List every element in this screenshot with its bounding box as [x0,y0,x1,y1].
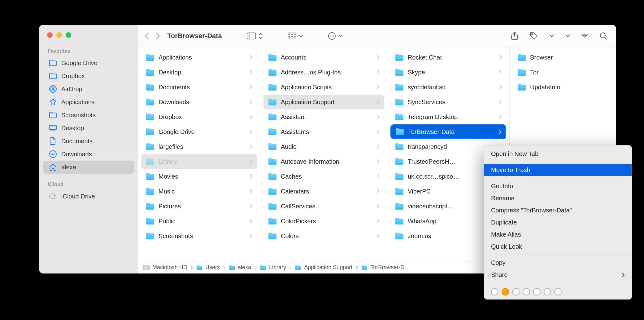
file-item[interactable]: Downloads [141,95,257,109]
file-item-label: CallServices [281,203,374,210]
file-item[interactable]: Skype [390,65,506,80]
file-item[interactable]: Audio [263,139,384,154]
file-item[interactable]: Address…ok Plug-Ins [263,65,384,80]
tag-swatch[interactable] [554,288,562,296]
tag-swatch[interactable] [523,288,530,296]
file-item[interactable]: Desktop [141,65,257,80]
path-separator [190,266,194,269]
file-item[interactable]: Browser [513,50,613,65]
tag-swatch[interactable] [533,288,541,296]
file-item[interactable]: syncdefaultsd [390,80,506,95]
tag-swatch[interactable] [544,288,551,296]
file-item[interactable]: Documents [141,80,257,95]
menu-item-get-info[interactable]: Get Info [484,180,632,192]
menu-item-move-to-trash[interactable]: Move to Trash [484,164,632,176]
path-segment-label: Application Support [304,264,352,271]
folder-icon [49,111,57,119]
action-button[interactable] [328,32,343,40]
forward-button[interactable] [155,32,160,40]
file-item[interactable]: Music [141,184,257,199]
menu-item-copy[interactable]: Copy [484,257,632,269]
close-window-button[interactable] [47,32,53,38]
file-item[interactable]: Caches [263,169,384,184]
file-item[interactable]: Applications [141,50,257,65]
folder-icon [395,113,404,121]
menu-item-compress-torbrowser-data[interactable]: Compress "TorBrowser-Data" [484,204,632,216]
minimize-window-button[interactable] [56,32,62,38]
path-segment[interactable]: TorBrowser-D… [361,264,410,271]
file-item[interactable]: Tor [513,65,613,80]
dropdown-1[interactable] [549,34,554,38]
file-item[interactable]: Dropbox [141,109,257,124]
sidebar-item-downloads[interactable]: Downloads [43,148,134,161]
overflow-button[interactable] [581,34,588,38]
file-item[interactable]: largefiles [141,139,257,154]
path-segment[interactable]: alexa [228,264,251,271]
folder-icon [268,172,277,180]
file-item[interactable]: Pictures [141,199,257,214]
file-item[interactable]: Application Support [263,95,384,109]
download-icon [49,150,57,158]
chevron-right-icon [247,174,253,179]
chevron-right-icon [247,130,253,134]
file-item[interactable]: Screenshots [141,229,257,243]
menu-item-label: Quick Look [491,243,522,250]
sidebar-item-airdrop[interactable]: AirDrop [43,82,134,96]
sidebar-item-icloud-drive[interactable]: iCloud Drive [43,190,134,203]
menu-item-make-alias[interactable]: Make Alias [484,229,632,241]
file-item[interactable]: Autosave Information [263,154,384,169]
file-item[interactable]: Calendars [263,184,384,199]
back-button[interactable] [144,32,149,40]
file-item[interactable]: CallServices [263,199,384,214]
file-item[interactable]: Google Drive [141,124,257,139]
tag-swatch[interactable] [512,288,520,296]
chevron-right-icon [374,55,380,60]
dropdown-2[interactable] [565,34,570,38]
path-segment[interactable]: Library [260,264,286,271]
file-item[interactable]: Assistants [263,124,384,139]
chevron-right-icon [247,159,253,164]
sidebar-item-google-drive[interactable]: Google Drive [43,56,134,69]
sidebar-item-dropbox[interactable]: Dropbox [43,69,134,82]
sidebar-item-screenshots[interactable]: Screenshots [43,109,134,122]
share-button[interactable] [511,32,518,40]
path-segment[interactable]: Macintosh HD [143,264,187,271]
file-item[interactable]: Colors [263,229,384,243]
sidebar-item-alexa[interactable]: alexa [43,161,134,174]
sidebar-item-label: Applications [61,99,95,106]
menu-tags-row [484,285,632,297]
sidebar-item-documents[interactable]: Documents [43,135,134,148]
file-item[interactable]: Public [141,214,257,229]
zoom-window-button[interactable] [66,32,71,38]
file-item[interactable]: Movies [141,169,257,184]
menu-item-rename[interactable]: Rename [484,192,632,204]
sidebar-item-applications[interactable]: Applications [43,96,134,109]
menu-item-quick-look[interactable]: Quick Look [484,241,632,253]
menu-item-label: Share [491,271,507,278]
tags-button[interactable] [529,32,538,40]
file-item[interactable]: Application Scripts [263,80,384,95]
file-item[interactable]: Assistant [263,109,384,124]
chevron-right-icon [247,115,253,119]
file-item[interactable]: SyncServices [390,95,506,109]
path-segment[interactable]: Application Support [295,264,352,271]
search-button[interactable] [599,32,607,40]
sidebar-item-desktop[interactable]: Desktop [43,122,134,135]
menu-item-share[interactable]: Share [484,269,632,281]
file-item[interactable]: ColorPickers [263,214,384,229]
group-button[interactable] [288,33,303,39]
tag-swatch[interactable] [491,288,498,296]
file-item[interactable]: Accounts [263,50,384,65]
sidebar-item-label: AirDrop [61,86,82,93]
file-item[interactable]: Telegram Desktop [390,109,506,124]
menu-item-open-in-new-tab[interactable]: Open in New Tab [484,148,632,160]
file-item[interactable]: TorBrowser-Data [390,124,506,139]
menu-item-duplicate[interactable]: Duplicate [484,216,632,229]
path-segment[interactable]: Users [196,264,220,271]
file-item[interactable]: Library [141,154,257,169]
folder-icon [268,143,277,151]
view-mode-button[interactable] [247,33,263,39]
tag-swatch[interactable] [502,288,509,296]
file-item[interactable]: UpdateInfo [513,80,613,95]
file-item[interactable]: Rocket.Chat [390,50,506,65]
